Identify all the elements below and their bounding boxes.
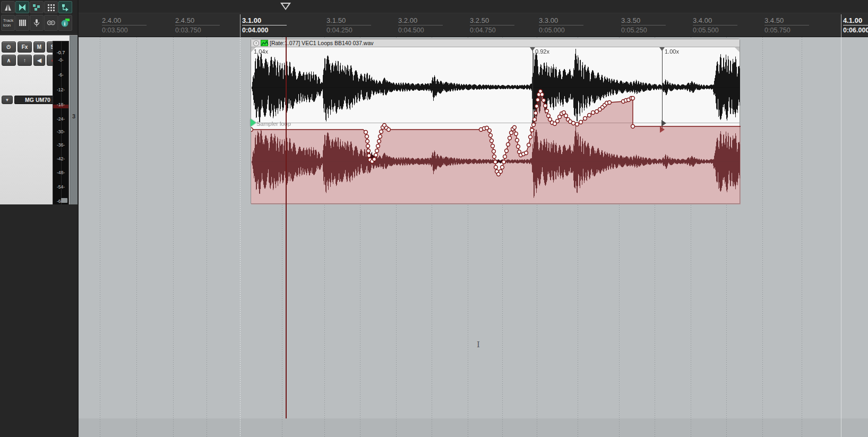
edit-cursor[interactable]	[286, 37, 287, 418]
envelope-point[interactable]	[375, 149, 379, 153]
envelope-point[interactable]	[588, 114, 591, 117]
envelope-point[interactable]	[501, 166, 504, 169]
mouse-cursor-ibeam: I	[477, 340, 480, 349]
envelope-point[interactable]	[491, 144, 495, 148]
envelope-point[interactable]	[364, 131, 368, 134]
envelope-point[interactable]	[492, 150, 496, 153]
track-name-dropdown[interactable]: ▼	[2, 96, 13, 104]
item-group-icon[interactable]	[30, 1, 44, 13]
ruler-beat-label: 3.4.00	[693, 16, 737, 25]
routing-button[interactable]: ↑	[18, 55, 32, 66]
envelope-point[interactable]	[556, 119, 560, 123]
envelope-point[interactable]	[365, 135, 369, 139]
envelope-point[interactable]	[542, 99, 546, 102]
sampler-loop-envelope[interactable]	[251, 39, 741, 204]
envelope-cross-icon[interactable]	[15, 1, 29, 13]
microphone-icon[interactable]	[30, 15, 44, 31]
monitor-button[interactable]: ◀	[33, 55, 45, 66]
envelope-point[interactable]	[540, 93, 544, 97]
envelope-point[interactable]	[510, 131, 513, 135]
envelope-point[interactable]	[514, 132, 518, 136]
envelope-point[interactable]	[366, 140, 369, 143]
measure-separator	[841, 14, 841, 37]
envelope-point[interactable]	[608, 101, 612, 105]
envelope-point[interactable]	[564, 114, 568, 118]
power-button[interactable]: ⏻	[2, 41, 16, 53]
envelope-point[interactable]	[533, 118, 537, 122]
envelope-point[interactable]	[503, 155, 507, 159]
mute-button[interactable]: M	[33, 41, 45, 53]
envelope-point[interactable]	[489, 134, 493, 138]
envelope-point[interactable]	[490, 139, 494, 143]
envelope-point[interactable]	[374, 153, 378, 157]
fx-button[interactable]: Fx	[18, 41, 32, 53]
envelope-point[interactable]	[529, 135, 532, 139]
ruler-beat-label: 2.4.00	[102, 16, 147, 25]
grid-settings-icon[interactable]	[44, 1, 58, 13]
track-number-strip: 3	[70, 36, 78, 205]
envelope-point[interactable]	[488, 129, 492, 133]
envelope-point[interactable]	[499, 170, 503, 174]
envelope-point[interactable]	[527, 143, 531, 147]
envelope-point[interactable]	[494, 160, 497, 164]
envelope-point[interactable]	[591, 111, 595, 115]
envelope-point[interactable]	[525, 151, 528, 155]
grid-dotted-line	[207, 37, 207, 437]
envelope-point[interactable]	[547, 114, 551, 118]
envelope-point[interactable]	[380, 130, 383, 134]
envelope-point[interactable]	[545, 109, 549, 113]
arrange-view[interactable]: [Rate:1.077] VEC1 Loops BB140 037.wav Sa…	[79, 37, 868, 437]
media-item[interactable]: [Rate:1.077] VEC1 Loops BB140 037.wav Sa…	[251, 39, 740, 204]
envelope-point[interactable]	[379, 135, 382, 139]
envelope-point[interactable]	[631, 97, 635, 100]
envelope-point[interactable]	[532, 123, 536, 127]
envelope-point[interactable]	[575, 123, 579, 126]
envelope-point[interactable]	[544, 104, 547, 108]
panel-arrange-divider[interactable]	[78, 0, 79, 437]
envelope-point[interactable]	[251, 128, 253, 132]
track-icon-button[interactable]: Trackicon	[1, 15, 15, 31]
metronome-icon[interactable]	[1, 1, 15, 13]
envelope-point[interactable]	[572, 122, 575, 125]
envelope-point[interactable]	[506, 143, 510, 147]
envelope-point[interactable]	[517, 145, 520, 149]
envelope-point[interactable]	[373, 158, 376, 161]
ruler-time-label: 0:04.750	[470, 25, 514, 34]
track-icon-label: Trackicon	[3, 18, 14, 28]
envelope-point[interactable]	[579, 121, 583, 124]
envelope-point[interactable]	[367, 154, 371, 158]
envelope-point[interactable]	[508, 136, 512, 140]
grid-measure-line	[841, 37, 841, 437]
envelope-point[interactable]	[535, 105, 539, 108]
track-meter[interactable]: -0.7 -0--6--12--18--24--30--36--42--48--…	[53, 41, 69, 205]
envelope-point[interactable]	[505, 149, 509, 153]
envelope-point[interactable]	[513, 126, 517, 130]
meter-scale-label: -30-	[53, 129, 68, 134]
envelope-point[interactable]	[583, 117, 587, 121]
media-reels-icon[interactable]	[44, 15, 58, 31]
envelope-point[interactable]	[631, 125, 635, 128]
envelope-point[interactable]	[387, 128, 391, 132]
envelope-point[interactable]	[366, 144, 370, 148]
folder-indicator-icon[interactable]	[61, 198, 67, 203]
envelope-point[interactable]	[376, 144, 380, 148]
ruler-tick: 3.1.000:04.000	[242, 16, 287, 34]
envelope-point[interactable]	[534, 112, 538, 115]
envelope-point[interactable]	[367, 149, 371, 153]
envelope-button[interactable]: ∧	[2, 55, 16, 66]
routing-node-icon[interactable]	[58, 1, 72, 13]
ruler-time-label: 0:03.750	[175, 25, 220, 34]
meter-peak-readout: -0.7	[53, 50, 68, 55]
envelope-point[interactable]	[530, 128, 534, 132]
timeline-ruler[interactable]: 2.4.000:03.5002.4.500:03.7503.1.000:04.0…	[79, 13, 868, 37]
envelope-point[interactable]	[494, 166, 498, 169]
ruler-time-label: 0:05.000	[539, 25, 583, 34]
envelope-point[interactable]	[502, 160, 506, 164]
info-flag-icon[interactable]: i	[58, 15, 72, 31]
envelope-point[interactable]	[536, 98, 540, 102]
piano-keys-icon[interactable]	[15, 15, 29, 31]
envelope-point[interactable]	[493, 155, 496, 159]
envelope-point[interactable]	[377, 140, 381, 143]
envelope-point[interactable]	[515, 139, 519, 142]
ruler-beat-label: 2.4.50	[175, 16, 220, 25]
